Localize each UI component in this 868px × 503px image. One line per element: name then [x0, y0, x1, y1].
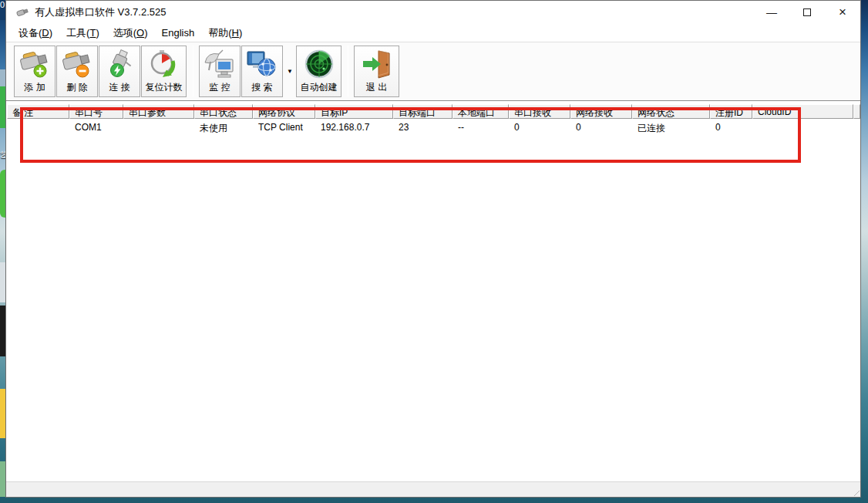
- connector-lightning-icon: [103, 48, 136, 81]
- toolbar-separator: [348, 46, 348, 96]
- desktop-icon-fragment: [0, 86, 5, 128]
- cell-net-rx: 0: [570, 121, 632, 135]
- menu-device[interactable]: 设备(D): [12, 25, 59, 42]
- desktop-icon-fragment: [0, 389, 5, 438]
- menu-bar: 设备(D) 工具(T) 选项(O) English 帮助(H): [6, 24, 860, 42]
- cell-cloud-id: [752, 121, 853, 135]
- column-header-net-status[interactable]: 网络状态: [632, 104, 710, 119]
- column-header-com-rx[interactable]: 串口接收: [509, 104, 570, 119]
- menu-label: 选项(: [113, 27, 136, 39]
- auto-create-button[interactable]: 自动创建: [296, 46, 341, 97]
- maximize-button[interactable]: [789, 1, 825, 24]
- add-button[interactable]: 添 加: [14, 46, 56, 97]
- connect-button[interactable]: 连 接: [99, 46, 140, 97]
- maximize-icon: [803, 8, 811, 16]
- app-window: 有人虚拟串口软件 V3.7.2.525 — × 设备(D) 工具(T) 选项(O…: [5, 0, 861, 498]
- desktop-icon-fragment: [0, 262, 5, 302]
- cell-reg-id: 0: [710, 121, 752, 135]
- desktop-icon-fragment: [0, 306, 5, 356]
- satellite-monitor-icon: [203, 48, 237, 81]
- desktop-icon-fragment: [0, 69, 5, 86]
- column-header-target-ip[interactable]: 目标IP: [315, 104, 393, 119]
- column-header-local-port[interactable]: 本地端口: [453, 104, 509, 119]
- desktop-edge-left: 0 艺: [0, 0, 5, 503]
- network-search-icon: [245, 48, 279, 81]
- column-header-filler: [853, 104, 860, 119]
- cell-port-status: 未使用: [194, 121, 253, 135]
- toolbar-separator: [193, 46, 193, 96]
- cell-port-params: [123, 121, 194, 135]
- reset-count-button[interactable]: 复位计数: [141, 46, 187, 97]
- menu-label: 帮助(: [208, 27, 231, 39]
- menu-tools[interactable]: 工具(T): [59, 25, 106, 42]
- cell-com-port: COM1: [69, 121, 123, 135]
- close-button[interactable]: ×: [825, 1, 860, 24]
- desktop-icon-fragment: [0, 461, 5, 497]
- menu-mnemonic: D: [42, 27, 49, 39]
- table-row[interactable]: COM1 未使用 TCP Client 192.168.0.7 23 -- 0 …: [6, 121, 860, 135]
- title-bar[interactable]: 有人虚拟串口软件 V3.7.2.525 — ×: [6, 1, 860, 24]
- desktop-icon-fragment: [0, 170, 5, 218]
- chevron-down-icon: ▼: [287, 68, 293, 75]
- search-dropdown-button[interactable]: ▼: [284, 46, 296, 97]
- column-header-cloud-id[interactable]: CloudID: [752, 104, 853, 119]
- menu-label: ): [49, 27, 52, 39]
- search-button[interactable]: 搜 索: [241, 46, 283, 97]
- delete-button[interactable]: 删 除: [56, 46, 98, 97]
- exit-door-icon: [360, 48, 394, 81]
- cell-net-status: 已连接: [632, 121, 710, 135]
- minimize-button[interactable]: —: [754, 1, 789, 24]
- column-header-remark[interactable]: 备 注: [7, 104, 69, 119]
- column-header-port-status[interactable]: 串口状态: [194, 104, 253, 119]
- column-header-port-params[interactable]: 串口参数: [123, 104, 194, 119]
- menu-label: ): [96, 27, 99, 39]
- window-controls: — ×: [754, 1, 860, 24]
- column-header-target-port[interactable]: 目标端口: [393, 104, 453, 119]
- device-list: COM1 未使用 TCP Client 192.168.0.7 23 -- 0 …: [6, 119, 860, 481]
- menu-label: 设备(: [19, 27, 42, 39]
- menu-label: ): [239, 27, 242, 39]
- resize-grip-icon[interactable]: [849, 486, 860, 496]
- stopwatch-reset-icon: [147, 48, 181, 81]
- cell-remark: [7, 121, 69, 135]
- exit-button[interactable]: 退 出: [354, 46, 399, 97]
- cell-target-port: 23: [393, 121, 453, 135]
- serial-port-remove-icon: [60, 48, 94, 81]
- menu-help[interactable]: 帮助(H): [201, 25, 249, 42]
- column-header-reg-id[interactable]: 注册ID: [710, 104, 752, 119]
- cell-local-port: --: [453, 121, 509, 135]
- radar-icon: [302, 48, 336, 81]
- menu-mnemonic: O: [136, 27, 144, 39]
- menu-options[interactable]: 选项(O): [106, 25, 155, 42]
- menu-label: 工具(: [66, 27, 89, 39]
- toolbar: 添 加 删 除: [6, 42, 860, 101]
- column-header-net-rx[interactable]: 网络接收: [570, 104, 632, 119]
- menu-label: ): [144, 27, 147, 39]
- column-header-com-port[interactable]: 串口号: [69, 104, 123, 119]
- window-title: 有人虚拟串口软件 V3.7.2.525: [35, 5, 167, 19]
- menu-mnemonic: H: [232, 27, 239, 39]
- cell-target-ip: 192.168.0.7: [315, 121, 393, 135]
- menu-english[interactable]: English: [155, 25, 202, 40]
- desktop-edge-top-label: 0: [0, 0, 5, 20]
- serial-port-add-icon: [18, 48, 52, 81]
- cell-com-rx: 0: [509, 121, 570, 135]
- app-icon: [15, 7, 29, 18]
- column-header-net-protocol[interactable]: 网络协议: [253, 104, 315, 119]
- cell-net-protocol: TCP Client: [253, 121, 315, 135]
- status-bar: [6, 481, 860, 497]
- table-header: 备 注 串口号 串口参数 串口状态 网络协议 目标IP 目标端口 本地端口 串口…: [6, 104, 860, 119]
- menu-label: English: [162, 27, 195, 39]
- monitor-button[interactable]: 监 控: [199, 46, 241, 97]
